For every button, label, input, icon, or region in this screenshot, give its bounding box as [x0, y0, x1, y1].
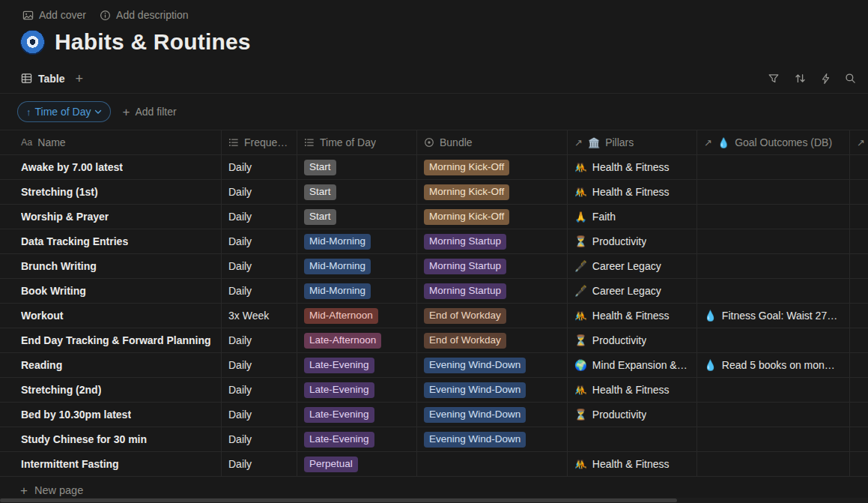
cell-extra[interactable]: [850, 427, 868, 451]
cell-name[interactable]: Data Tracking Entries: [0, 229, 222, 253]
cell-extra[interactable]: [850, 180, 868, 204]
cell-bundle[interactable]: End of Workday: [417, 328, 568, 352]
add-description-button[interactable]: Add description: [100, 9, 189, 21]
sort-button[interactable]: [794, 73, 807, 84]
cell-frequency[interactable]: Daily: [222, 403, 297, 427]
cell-goal-outcomes[interactable]: [697, 229, 850, 253]
cell-bundle[interactable]: Evening Wind-Down: [417, 353, 568, 377]
cell-pillars[interactable]: 🤼Health & Fitness: [568, 452, 697, 476]
cell-time-of-day[interactable]: Late-Evening: [297, 353, 417, 377]
cell-frequency[interactable]: Daily: [222, 279, 297, 303]
cell-frequency[interactable]: Daily: [222, 353, 297, 377]
cell-time-of-day[interactable]: Start: [297, 155, 417, 179]
cell-frequency[interactable]: Daily: [222, 254, 297, 278]
page-title[interactable]: Habits & Routines: [55, 29, 251, 55]
cell-goal-outcomes[interactable]: [697, 328, 850, 352]
cell-extra[interactable]: [850, 378, 868, 402]
cell-goal-outcomes[interactable]: 💧Read 5 books on mon…: [697, 353, 850, 377]
cell-pillars[interactable]: 🙏Faith: [568, 205, 697, 229]
cell-pillars[interactable]: ⏳Productivity: [568, 328, 697, 352]
cell-frequency[interactable]: Daily: [222, 328, 297, 352]
add-filter-button[interactable]: + Add filter: [122, 106, 176, 118]
cell-pillars[interactable]: 🤼Health & Fitness: [568, 378, 697, 402]
cell-name[interactable]: Book Writing: [0, 279, 222, 303]
cell-frequency[interactable]: Daily: [222, 155, 297, 179]
cell-extra[interactable]: [850, 279, 868, 303]
cell-bundle[interactable]: Morning Startup: [417, 254, 568, 278]
cell-goal-outcomes[interactable]: 💧Fitness Goal: Waist 27…: [697, 304, 850, 328]
column-header-time_of_day[interactable]: Time of Day: [297, 130, 417, 154]
cell-time-of-day[interactable]: Late-Afternoon: [297, 328, 417, 352]
cell-name[interactable]: Stretching (1st): [0, 180, 222, 204]
cell-time-of-day[interactable]: Mid-Morning: [297, 279, 417, 303]
cell-goal-outcomes[interactable]: [697, 155, 850, 179]
add-cover-button[interactable]: Add cover: [22, 9, 86, 21]
cell-name[interactable]: Worship & Prayer: [0, 205, 222, 229]
cell-goal-outcomes[interactable]: [697, 279, 850, 303]
cell-frequency[interactable]: Daily: [222, 378, 297, 402]
cell-name[interactable]: End Day Tracking & Forward Planning: [0, 328, 222, 352]
cell-name[interactable]: Intermittent Fasting: [0, 452, 222, 476]
cell-bundle[interactable]: Evening Wind-Down: [417, 378, 568, 402]
cell-time-of-day[interactable]: Mid-Afternoon: [297, 304, 417, 328]
cell-extra[interactable]: [850, 205, 868, 229]
cell-bundle[interactable]: Morning Kick-Off: [417, 180, 568, 204]
cell-frequency[interactable]: Daily: [222, 427, 297, 451]
column-header-pillars[interactable]: ↗🏛️Pillars: [568, 130, 697, 154]
cell-time-of-day[interactable]: Perpetual: [297, 452, 417, 476]
cell-pillars[interactable]: ⏳Productivity: [568, 229, 697, 253]
cell-pillars[interactable]: 🌍Mind Expansion &…: [568, 353, 697, 377]
cell-name[interactable]: Workout: [0, 304, 222, 328]
cell-extra[interactable]: [850, 403, 868, 427]
cell-bundle[interactable]: End of Workday: [417, 304, 568, 328]
search-button[interactable]: [845, 73, 856, 84]
column-header-goal_outcomes[interactable]: ↗💧Goal Outcomes (DB): [697, 130, 850, 154]
add-view-button plus-icon[interactable]: +: [76, 72, 84, 85]
cell-extra[interactable]: [850, 254, 868, 278]
column-header-frequency[interactable]: Freque…: [222, 130, 297, 154]
cell-bundle[interactable]: Morning Startup: [417, 229, 568, 253]
cell-frequency[interactable]: Daily: [222, 229, 297, 253]
column-header-extra[interactable]: ↗: [850, 130, 868, 154]
cell-pillars[interactable]: 🖋️Career Legacy: [568, 254, 697, 278]
cell-pillars[interactable]: 🖋️Career Legacy: [568, 279, 697, 303]
page-icon nazar-amulet-icon[interactable]: [20, 30, 45, 55]
cell-goal-outcomes[interactable]: [697, 427, 850, 451]
cell-extra[interactable]: [850, 304, 868, 328]
cell-name[interactable]: Study Chinese for 30 min: [0, 427, 222, 451]
cell-frequency[interactable]: Daily: [222, 452, 297, 476]
horizontal-scrollbar[interactable]: [0, 498, 868, 503]
cell-goal-outcomes[interactable]: [697, 205, 850, 229]
cell-pillars[interactable]: 🤼Health & Fitness: [568, 304, 697, 328]
cell-time-of-day[interactable]: Late-Evening: [297, 378, 417, 402]
cell-goal-outcomes[interactable]: [697, 452, 850, 476]
cell-goal-outcomes[interactable]: [697, 403, 850, 427]
cell-bundle[interactable]: Morning Startup: [417, 279, 568, 303]
cell-pillars[interactable]: ⏳Productivity: [568, 403, 697, 427]
cell-pillars[interactable]: 🤼Health & Fitness: [568, 180, 697, 204]
column-header-bundle[interactable]: Bundle: [417, 130, 568, 154]
view-tab-table[interactable]: Table: [21, 73, 65, 85]
cell-time-of-day[interactable]: Start: [297, 205, 417, 229]
cell-extra[interactable]: [850, 328, 868, 352]
cell-pillars[interactable]: 🤼Health & Fitness: [568, 155, 697, 179]
cell-bundle[interactable]: [417, 452, 568, 476]
cell-bundle[interactable]: Morning Kick-Off: [417, 155, 568, 179]
cell-frequency[interactable]: 3x Week: [222, 304, 297, 328]
cell-time-of-day[interactable]: Late-Evening: [297, 427, 417, 451]
cell-goal-outcomes[interactable]: [697, 180, 850, 204]
cell-pillars[interactable]: [568, 427, 697, 451]
cell-extra[interactable]: [850, 353, 868, 377]
cell-time-of-day[interactable]: Late-Evening: [297, 403, 417, 427]
cell-bundle[interactable]: Evening Wind-Down: [417, 403, 568, 427]
sort-pill-time-of-day[interactable]: ↑ Time of Day: [17, 101, 111, 122]
cell-time-of-day[interactable]: Start: [297, 180, 417, 204]
cell-name[interactable]: Bed by 10.30pm latest: [0, 403, 222, 427]
scrollbar-thumb[interactable]: [0, 499, 677, 502]
cell-extra[interactable]: [850, 229, 868, 253]
cell-bundle[interactable]: Evening Wind-Down: [417, 427, 568, 451]
cell-frequency[interactable]: Daily: [222, 205, 297, 229]
cell-name[interactable]: Reading: [0, 353, 222, 377]
cell-name[interactable]: Stretching (2nd): [0, 378, 222, 402]
cell-extra[interactable]: [850, 155, 868, 179]
